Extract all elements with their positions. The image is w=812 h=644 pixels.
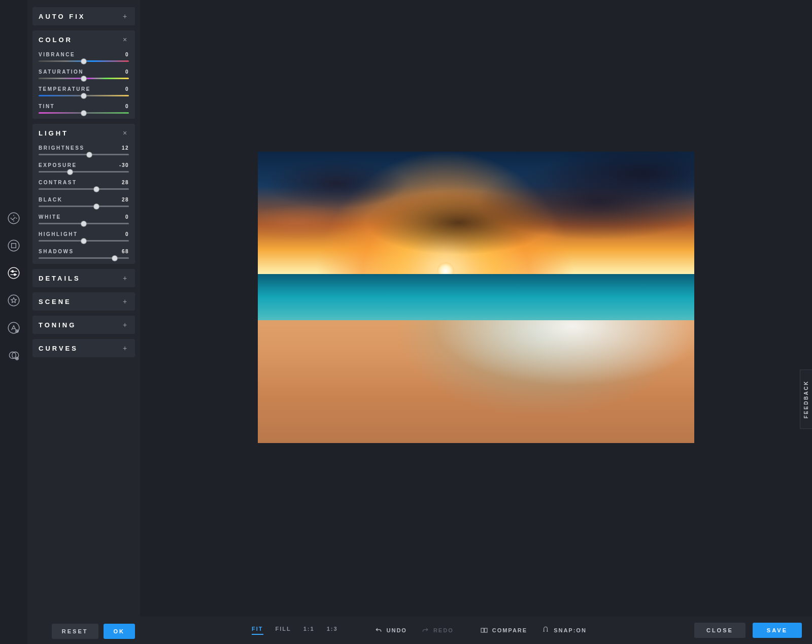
tool-rail: [0, 0, 27, 644]
tool-adjust[interactable]: [6, 265, 22, 281]
slider-value: -30: [119, 162, 129, 168]
slider-handle[interactable]: [81, 221, 87, 227]
svg-rect-18: [481, 628, 484, 632]
slider-track[interactable]: [39, 60, 129, 62]
close-button[interactable]: CLOSE: [694, 623, 746, 638]
expand-icon: +: [121, 297, 129, 306]
section-header-details[interactable]: DETAILS +: [39, 274, 129, 282]
section-header-curves[interactable]: CURVES +: [39, 344, 129, 352]
section-details: DETAILS +: [32, 269, 135, 287]
section-title: AUTO FIX: [39, 13, 85, 20]
section-auto-fix: AUTO FIX +: [32, 7, 135, 25]
expand-icon: +: [121, 12, 129, 20]
slider-handle[interactable]: [81, 93, 87, 99]
save-button[interactable]: SAVE: [753, 623, 802, 638]
slider-handle[interactable]: [81, 238, 87, 244]
slider-value: 0: [125, 231, 129, 237]
svg-point-1: [8, 240, 19, 251]
slider-track[interactable]: [39, 171, 129, 173]
slider-track[interactable]: [39, 95, 129, 96]
close-icon: ×: [121, 36, 129, 44]
section-header-auto-fix[interactable]: AUTO FIX +: [39, 12, 129, 20]
slider-track[interactable]: [39, 223, 129, 224]
section-title: LIGHT: [39, 129, 69, 137]
ok-button[interactable]: OK: [104, 624, 136, 639]
magic-icon: [7, 212, 20, 225]
slider-track[interactable]: [39, 188, 129, 190]
section-title: DETAILS: [39, 275, 81, 282]
slider-value: 28: [122, 197, 129, 202]
feedback-tab[interactable]: FEEDBACK: [800, 369, 812, 429]
undo-button[interactable]: UNDO: [375, 626, 407, 634]
slider-vibrance: VIBRANCE0: [39, 52, 129, 62]
slider-handle[interactable]: [81, 110, 87, 116]
tool-text[interactable]: [6, 320, 22, 336]
slider-track[interactable]: [39, 240, 129, 242]
expand-icon: +: [121, 274, 129, 282]
svg-rect-19: [484, 628, 487, 632]
history-group: UNDO REDO COMPARE SNAP:ON: [375, 626, 587, 634]
redo-label: REDO: [433, 627, 454, 633]
snap-button[interactable]: SNAP:ON: [542, 626, 587, 634]
slider-value: 0: [125, 69, 129, 75]
tool-effects[interactable]: [6, 292, 22, 309]
section-curves: CURVES +: [32, 339, 135, 357]
slider-value: 68: [122, 249, 129, 254]
feedback-label: FEEDBACK: [803, 380, 809, 419]
slider-handle[interactable]: [93, 186, 99, 192]
slider-handle[interactable]: [67, 169, 73, 175]
section-toning: TONING +: [32, 316, 135, 334]
section-light: LIGHT × BRIGHTNESS12EXPOSURE-30CONTRAST2…: [32, 124, 135, 264]
view-mode-fit[interactable]: FIT: [252, 626, 263, 635]
slider-handle[interactable]: [86, 152, 92, 158]
slider-track[interactable]: [39, 112, 129, 114]
slider-track[interactable]: [39, 78, 129, 79]
slider-exposure: EXPOSURE-30: [39, 162, 129, 173]
slider-label: TEMPERATURE: [39, 86, 91, 92]
slider-value: 12: [122, 145, 129, 151]
section-header-color[interactable]: COLOR ×: [39, 36, 129, 44]
undo-label: UNDO: [387, 627, 407, 633]
adjust-icon: [7, 266, 20, 280]
slider-brightness: BRIGHTNESS12: [39, 145, 129, 155]
adjustments-panel: AUTO FIX + COLOR × VIBRANCE0SATURATION0T…: [27, 0, 140, 644]
slider-label: VIBRANCE: [39, 52, 75, 57]
tool-crop[interactable]: [6, 238, 22, 254]
section-header-scene[interactable]: SCENE +: [39, 297, 129, 306]
slider-value: 0: [125, 104, 129, 109]
tool-overlay[interactable]: [6, 347, 22, 363]
svg-point-3: [8, 267, 19, 279]
snap-icon: [542, 626, 550, 634]
slider-tint: TINT0: [39, 104, 129, 114]
view-mode-fill[interactable]: FILL: [276, 626, 291, 635]
svg-point-0: [8, 213, 19, 224]
tool-auto-enhance[interactable]: [6, 210, 22, 226]
undo-icon: [375, 626, 383, 634]
image-preview[interactable]: [258, 152, 694, 443]
slider-handle[interactable]: [112, 255, 118, 261]
section-color: COLOR × VIBRANCE0SATURATION0TEMPERATURE0…: [32, 30, 135, 119]
slider-handle[interactable]: [81, 76, 87, 82]
slider-value: 28: [122, 180, 129, 185]
svg-rect-2: [12, 243, 16, 248]
overlay-icon: [7, 349, 20, 362]
view-mode-1-3[interactable]: 1:3: [327, 626, 338, 635]
slider-track[interactable]: [39, 154, 129, 155]
svg-point-8: [8, 295, 19, 306]
section-header-toning[interactable]: TONING +: [39, 321, 129, 329]
slider-handle[interactable]: [93, 204, 99, 210]
slider-label: CONTRAST: [39, 180, 77, 185]
section-header-light[interactable]: LIGHT ×: [39, 129, 129, 137]
view-mode-1-1[interactable]: 1:1: [303, 626, 315, 635]
section-title: COLOR: [39, 36, 73, 44]
compare-button[interactable]: COMPARE: [480, 626, 527, 634]
slider-label: SHADOWS: [39, 249, 74, 254]
slider-track[interactable]: [39, 257, 129, 259]
slider-track[interactable]: [39, 206, 129, 207]
view-mode-group: FITFILL1:11:3: [252, 626, 338, 635]
slider-saturation: SATURATION0: [39, 69, 129, 79]
slider-handle[interactable]: [81, 58, 87, 64]
section-title: TONING: [39, 321, 76, 329]
slider-temperature: TEMPERATURE0: [39, 86, 129, 96]
reset-button[interactable]: RESET: [52, 624, 98, 639]
